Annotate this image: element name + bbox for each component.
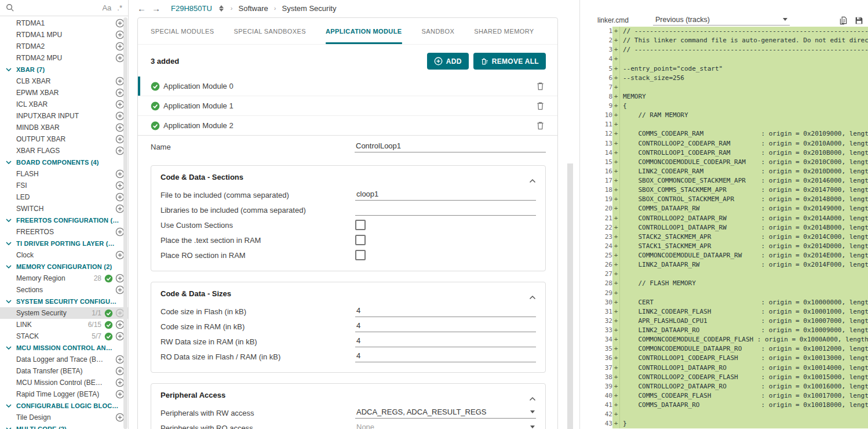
sidebar-item[interactable]: MULTI CORE (2) bbox=[0, 423, 128, 429]
sidebar-item[interactable]: FREERTOS bbox=[0, 226, 128, 238]
code-line: 19 + SBOX_CONTROL_STACKMEM_APR : origin … bbox=[580, 195, 868, 204]
chevron-down-icon[interactable] bbox=[6, 219, 16, 222]
remove-all-button[interactable]: REMOVE ALL bbox=[473, 53, 546, 70]
search-icon[interactable] bbox=[6, 3, 14, 12]
chevron-down-icon[interactable] bbox=[6, 300, 16, 303]
sidebar-item[interactable]: LINK 6/15 bbox=[0, 319, 128, 330]
diff-added-marker: + bbox=[612, 120, 620, 129]
text-input[interactable]: 4 bbox=[355, 336, 536, 347]
text-input[interactable]: cloop1 bbox=[355, 190, 536, 201]
tab[interactable]: SPECIAL MODULES bbox=[151, 18, 214, 44]
sidebar-item[interactable]: RTDMA1 MPU bbox=[0, 29, 128, 41]
sidebar-item[interactable]: Data Logger and Trace (B… bbox=[0, 354, 128, 365]
chevron-down-icon[interactable] bbox=[6, 346, 16, 350]
back-icon[interactable]: ← bbox=[137, 4, 146, 13]
sidebar-item[interactable]: XBAR FLAGS bbox=[0, 145, 128, 157]
sidebar-item[interactable]: Rapid Time Logger (BETA) bbox=[0, 388, 128, 400]
sidebar-scrollbar[interactable] bbox=[123, 17, 127, 429]
diff-added-marker: + bbox=[612, 214, 620, 223]
section-header[interactable]: Code & Data - Sizes bbox=[161, 289, 536, 298]
sidebar-item[interactable]: RTDMA1 bbox=[0, 17, 128, 29]
delete-module-icon[interactable] bbox=[535, 81, 546, 92]
code-text: COMMONCODEMODULE_DATAAPR_RW : origin = 0… bbox=[620, 251, 868, 260]
device-selector[interactable]: F29H850TU bbox=[171, 4, 212, 13]
sidebar-item[interactable]: Sections bbox=[0, 284, 128, 296]
checkbox[interactable] bbox=[355, 250, 366, 260]
sidebar-item[interactable]: System Security 1/1 bbox=[0, 307, 128, 319]
sidebar-item-label: System Security bbox=[16, 309, 92, 317]
text-input[interactable]: 4 bbox=[355, 351, 536, 362]
sidebar-item[interactable]: EPWM XBAR bbox=[0, 87, 128, 99]
sidebar-item[interactable]: SYSTEM SECURITY CONFIGU… bbox=[0, 296, 128, 307]
sidebar-item[interactable]: Memory Region 28 bbox=[0, 272, 128, 284]
diff-compare-dropdown[interactable]: Previous (tracks) bbox=[653, 16, 790, 26]
sidebar-item[interactable]: RTDMA2 bbox=[0, 41, 128, 52]
sidebar-item[interactable]: RTDMA2 MPU bbox=[0, 52, 128, 64]
sidebar-item[interactable]: INPUTXBAR INPUT bbox=[0, 110, 128, 122]
tab[interactable]: SHARED MEMORY bbox=[474, 18, 534, 44]
sidebar-item[interactable]: FSI bbox=[0, 180, 128, 191]
sidebar-item[interactable]: Tile Design bbox=[0, 412, 128, 423]
chevron-down-icon[interactable] bbox=[6, 404, 16, 408]
tab[interactable]: SANDBOX bbox=[422, 18, 455, 44]
sidebar-item[interactable]: TI DRIVER PORTING LAYER (… bbox=[0, 238, 128, 249]
module-row[interactable]: Application Module 2 bbox=[138, 115, 557, 135]
regex-icon[interactable]: .* bbox=[117, 3, 122, 12]
text-input[interactable]: 4 bbox=[355, 306, 536, 317]
sidebar-item[interactable]: BOARD COMPONENTS (4) bbox=[0, 157, 128, 168]
sidebar-item[interactable]: MCU Mission Control (BE… bbox=[0, 377, 128, 388]
sidebar-item[interactable]: Data Transfer (BETA) bbox=[0, 365, 128, 377]
add-button[interactable]: ADD bbox=[427, 53, 469, 70]
code-line: 8 + MEMORY bbox=[580, 92, 868, 101]
sidebar-item[interactable]: LED bbox=[0, 191, 128, 203]
chevron-down-icon[interactable] bbox=[6, 242, 16, 245]
name-input[interactable]: ControlLoop1 bbox=[355, 141, 546, 152]
dropdown[interactable]: ADCA_REGS, ADCA_RESULT_REGS bbox=[355, 408, 536, 419]
field-row: Code size in RAM (in kB) 4 bbox=[161, 319, 536, 334]
code-text: LINK2_DATAAPR_RW : origin = 0x2014F000, … bbox=[620, 260, 868, 270]
module-row[interactable]: Application Module 0 bbox=[138, 77, 557, 96]
sidebar-item[interactable]: FREERTOS CONFIGURATION (… bbox=[0, 214, 128, 226]
breadcrumb-page[interactable]: System Security bbox=[282, 4, 336, 13]
code-text: CONTROLLOOP1_DATAAPR_RW : origin = 0x201… bbox=[620, 223, 868, 232]
breadcrumb-section[interactable]: Software bbox=[238, 4, 268, 13]
code-line: 26 + LINK2_DATAAPR_RW : origin = 0x2014F… bbox=[580, 260, 868, 270]
delete-module-icon[interactable] bbox=[535, 101, 546, 111]
sidebar-item[interactable]: FLASH bbox=[0, 168, 128, 180]
dropdown[interactable]: None bbox=[355, 423, 536, 429]
match-case-icon[interactable]: Aa bbox=[102, 3, 111, 12]
sidebar-item[interactable]: MCU MISSION CONTROL AN… bbox=[0, 342, 128, 354]
chevron-down-icon[interactable] bbox=[6, 161, 16, 164]
sidebar-item[interactable]: STACK 5/7 bbox=[0, 330, 128, 342]
module-row[interactable]: Application Module 1 bbox=[138, 96, 557, 115]
tab[interactable]: APPLICATION MODULE bbox=[326, 18, 402, 44]
main-scrollbar-thumb[interactable] bbox=[567, 163, 573, 429]
sidebar-item[interactable]: MEMORY CONFIGURATION (2) bbox=[0, 261, 128, 272]
chevron-down-icon[interactable] bbox=[6, 68, 16, 71]
forward-icon[interactable]: → bbox=[152, 4, 161, 13]
checkbox[interactable] bbox=[355, 220, 366, 230]
sidebar-item[interactable]: XBAR (7) bbox=[0, 64, 128, 75]
sidebar-item[interactable]: ICL XBAR bbox=[0, 99, 128, 110]
save-icon[interactable] bbox=[855, 16, 863, 25]
chevron-down-icon[interactable] bbox=[6, 265, 16, 268]
section-header[interactable]: Peripheral Access bbox=[161, 391, 536, 399]
sidebar-item[interactable]: SWITCH bbox=[0, 203, 128, 214]
tab[interactable]: SPECIAL SANDBOXES bbox=[234, 18, 306, 44]
text-input[interactable] bbox=[355, 205, 536, 216]
sidebar-item[interactable]: Clock bbox=[0, 249, 128, 261]
section-header[interactable]: Code & Data - Sections bbox=[161, 173, 536, 181]
sidebar-item[interactable]: CLB XBAR bbox=[0, 75, 128, 87]
text-input[interactable]: 4 bbox=[355, 321, 536, 332]
device-switch-icon[interactable] bbox=[219, 5, 224, 12]
delete-module-icon[interactable] bbox=[535, 121, 546, 131]
checkbox[interactable] bbox=[355, 235, 366, 245]
code-line: 5 + --entry_point="code_start" bbox=[580, 64, 868, 74]
sidebar-item[interactable]: OUTPUT XBAR bbox=[0, 133, 128, 145]
code-text: COMMS_DATAAPR_RO : origin = 0x10018000, … bbox=[620, 401, 868, 410]
file-compare-icon[interactable] bbox=[839, 16, 848, 25]
sidebar-item[interactable]: CONFIGURABLE LOGIC BLOC… bbox=[0, 400, 128, 412]
sidebar-item[interactable]: MINDB XBAR bbox=[0, 122, 128, 133]
sidebar-search-bar[interactable]: Aa .* bbox=[0, 0, 128, 16]
sidebar-item-label: CLB XBAR bbox=[16, 77, 115, 85]
